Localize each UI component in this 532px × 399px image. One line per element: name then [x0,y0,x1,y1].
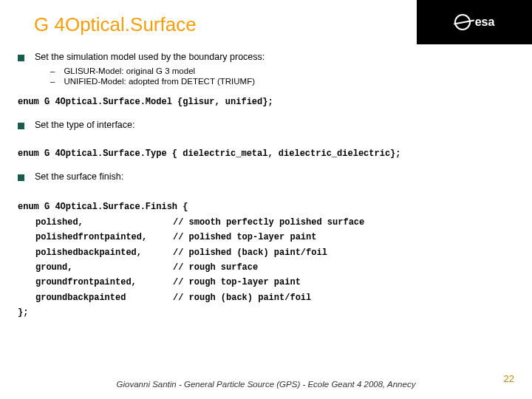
esa-logo: esa [454,14,495,30]
dash-icon: – [50,66,55,75]
code-finish-row: polishedfrontpainted,// polished top-lay… [18,230,525,245]
code-comment: // polished (back) paint/foil [173,245,327,260]
esa-globe-icon [454,14,471,30]
sub-item-text: UNIFIED-Model: adopted from DETECT (TRIU… [64,77,255,86]
dash-icon: – [50,77,55,86]
slide-content: Set the simulation model used by the bou… [18,52,525,321]
code-enum-type: enum G 4Optical.Surface.Type { dielectri… [18,148,525,160]
page-number: 22 [504,373,514,384]
code-head: enum G 4Optical.Surface.Finish { [18,200,525,214]
bullet-1: Set the simulation model used by the bou… [18,52,525,62]
code-key: ground, [18,260,173,275]
code-finish-row: polishedbackpainted,// polished (back) p… [18,245,525,260]
square-bullet-icon [18,55,24,61]
code-key: groundfrontpainted, [18,275,173,290]
sub-item: – UNIFIED-Model: adopted from DETECT (TR… [50,77,525,86]
code-enum-finish: enum G 4Optical.Surface.Finish { polishe… [18,200,525,320]
code-comment: // smooth perfectly polished surface [173,215,364,230]
code-finish-row: groundfrontpainted,// rough top-layer pa… [18,275,525,290]
code-key: polishedfrontpainted, [18,230,173,245]
square-bullet-icon [18,174,24,181]
code-finish-row: ground,// rough surface [18,260,525,275]
code-finish-row: polished,// smooth perfectly polished su… [18,215,525,230]
square-bullet-icon [18,123,24,129]
code-key: groundbackpainted [18,290,173,305]
code-finish-row: groundbackpainted// rough (back) paint/f… [18,290,525,305]
footer-text: Giovanni Santin - General Particle Sourc… [0,380,532,389]
bullet-2-text: Set the type of interface: [35,120,135,130]
bullet-1-text: Set the simulation model used by the bou… [35,52,265,62]
header-bar: esa [417,0,532,44]
code-comment: // polished top-layer paint [173,230,316,245]
code-enum-model: enum G 4Optical.Surface.Model {glisur, u… [18,96,525,108]
code-tail: }; [18,305,525,320]
sub-item-text: GLISUR-Model: original G 3 model [64,66,195,75]
code-comment: // rough top-layer paint [173,275,301,290]
code-comment: // rough surface [173,260,258,275]
sub-list-1: – GLISUR-Model: original G 3 model – UNI… [50,66,525,86]
code-key: polishedbackpainted, [18,245,173,260]
code-comment: // rough (back) paint/foil [173,290,311,305]
bullet-2: Set the type of interface: [18,120,525,130]
bullet-3-text: Set the surface finish: [35,171,123,182]
slide-title: G 4Optical.Surface [34,13,197,36]
sub-item: – GLISUR-Model: original G 3 model [50,66,525,75]
code-key: polished, [18,215,173,230]
esa-logo-text: esa [475,16,495,29]
bullet-3: Set the surface finish: [18,171,525,182]
